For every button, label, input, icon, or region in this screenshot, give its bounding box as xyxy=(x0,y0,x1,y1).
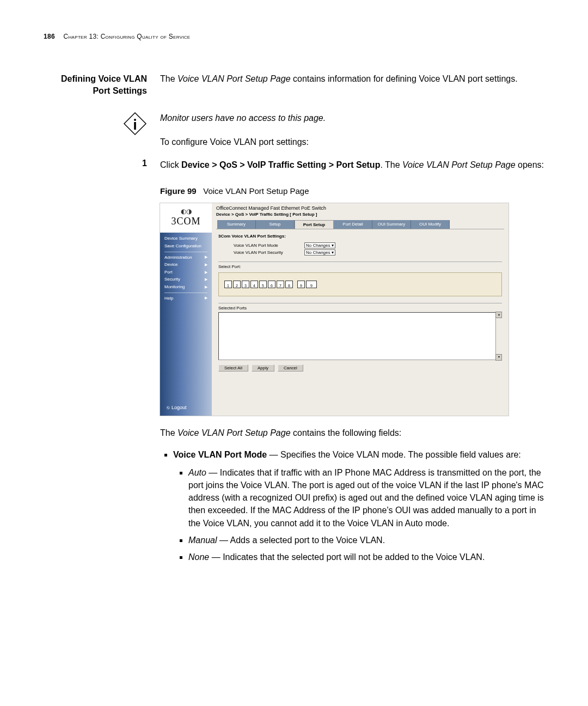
port-button[interactable]: 5 xyxy=(259,281,267,288)
sidebar-item-save-config[interactable]: Save Configuration xyxy=(164,242,207,250)
field-label-port-security: Voice VLAN Port Security xyxy=(234,250,304,255)
main-panel: OfficeConnect Managed Fast Ethernet PoE … xyxy=(212,203,509,416)
screenshot: ◐◑ 3COM Device Summary Save Configuratio… xyxy=(160,203,509,416)
note-italic-text: Monitor users have no access to this pag… xyxy=(160,112,544,125)
tab-oui-modify[interactable]: OUI Modify xyxy=(411,220,450,229)
select-port-label: Select Port: xyxy=(218,264,502,269)
step-number: 1 xyxy=(44,159,160,168)
port-button[interactable]: 9 xyxy=(297,281,305,288)
selected-ports-list[interactable] xyxy=(218,312,496,360)
port-button[interactable]: 7 xyxy=(277,281,284,288)
breadcrumb: Device > QoS > VoIP Traffic Setting [ Po… xyxy=(212,212,509,220)
sidebar: ◐◑ 3COM Device Summary Save Configuratio… xyxy=(160,203,212,416)
tab-port-detail[interactable]: Port Detail xyxy=(334,220,372,229)
apply-button[interactable]: Apply xyxy=(252,364,274,372)
logout-icon: ⎋ xyxy=(167,405,169,410)
chevron-right-icon: ▶ xyxy=(205,269,207,276)
divider xyxy=(218,261,502,262)
scroll-down-icon[interactable]: ▾ xyxy=(495,354,502,361)
port-button[interactable]: 1 xyxy=(224,281,232,288)
chevron-right-icon: ▶ xyxy=(205,276,207,283)
section-title-line2: Port Settings xyxy=(93,86,147,95)
list-item: Voice VLAN Port Mode — Specifies the Voi… xyxy=(173,448,544,564)
note-following: To configure Voice VLAN port settings: xyxy=(160,136,544,149)
sidebar-item-monitoring[interactable]: Monitoring▶ xyxy=(164,283,207,291)
chevron-down-icon: ▾ xyxy=(332,250,334,255)
figure-title: Voice VLAN Port Setup Page xyxy=(203,186,309,196)
list-item: None — Indicates that the selected port … xyxy=(188,551,544,563)
sidebar-item-security[interactable]: Security▶ xyxy=(164,276,207,283)
divider xyxy=(218,303,502,303)
scroll-up-icon[interactable]: ▴ xyxy=(495,312,502,318)
select-port-security[interactable]: No Changes ▾ xyxy=(304,249,335,255)
sidebar-divider xyxy=(164,293,207,293)
logout-link[interactable]: ⎋ Logout xyxy=(160,405,212,410)
sidebar-divider xyxy=(164,252,207,252)
figure-caption: Figure 99 Voice VLAN Port Setup Page xyxy=(160,186,309,196)
tab-summary[interactable]: Summary xyxy=(217,220,256,229)
sidebar-item-administration[interactable]: Administration▶ xyxy=(164,254,207,261)
brand-name: 3COM xyxy=(171,216,200,227)
chevron-right-icon: ▶ xyxy=(205,261,207,268)
port-button[interactable]: 2 xyxy=(233,281,241,288)
port-button[interactable]: 4 xyxy=(250,281,258,288)
chevron-right-icon: ▶ xyxy=(205,284,207,290)
info-icon xyxy=(44,112,160,138)
port-button[interactable]: 3 xyxy=(242,281,249,288)
chapter-label: Chapter 13: Configuring Quality of Servi… xyxy=(64,33,191,40)
brand-logo: ◐◑ 3COM xyxy=(160,203,212,233)
chevron-down-icon: ▾ xyxy=(332,243,334,248)
section-intro: The Voice VLAN Port Setup Page contains … xyxy=(160,73,544,85)
select-port-mode[interactable]: No Changes ▾ xyxy=(304,242,335,248)
port-grid: 1 2 3 4 5 6 7 8 9 9 xyxy=(218,272,502,296)
sidebar-item-help[interactable]: Help▶ xyxy=(164,295,207,302)
section-title: Defining Voice VLAN Port Settings xyxy=(44,73,160,96)
chevron-right-icon: ▶ xyxy=(205,295,207,301)
port-button[interactable]: 8 xyxy=(285,281,293,288)
figure-label: Figure 99 xyxy=(160,186,197,196)
sidebar-item-device-summary[interactable]: Device Summary xyxy=(164,235,207,242)
logo-glyph-icon: ◐◑ xyxy=(181,208,192,216)
panel-title: 3Com Voice VLAN Port Settings: xyxy=(218,234,502,239)
svg-rect-2 xyxy=(134,122,136,130)
cancel-button[interactable]: Cancel xyxy=(278,364,303,372)
page-header: 186 Chapter 13: Configuring Quality of S… xyxy=(44,33,544,40)
selected-ports-label: Selected Ports xyxy=(218,306,502,311)
step-body: Click Device > QoS > VoIP Traffic Settin… xyxy=(160,159,544,171)
tab-bar: Summary Setup Port Setup Port Detail OUI… xyxy=(212,220,509,229)
port-button[interactable]: 9 xyxy=(306,281,317,288)
list-item: Manual — Adds a selected port to the Voi… xyxy=(188,534,544,546)
product-title: OfficeConnect Managed Fast Ethernet PoE … xyxy=(212,203,509,212)
sidebar-item-port[interactable]: Port▶ xyxy=(164,269,207,276)
select-all-button[interactable]: Select All xyxy=(218,364,248,372)
svg-point-1 xyxy=(134,119,136,121)
tab-oui-summary[interactable]: OUI Summary xyxy=(372,220,411,229)
tab-port-setup[interactable]: Port Setup xyxy=(295,220,334,229)
field-label-port-mode: Voice VLAN Port Mode xyxy=(234,243,304,248)
body-text: The Voice VLAN Port Setup Page contains … xyxy=(160,427,544,563)
sidebar-item-device[interactable]: Device▶ xyxy=(164,261,207,269)
chevron-right-icon: ▶ xyxy=(205,254,207,260)
section-title-line1: Defining Voice VLAN xyxy=(61,74,147,83)
tab-setup[interactable]: Setup xyxy=(256,220,295,229)
page-number: 186 xyxy=(44,33,55,40)
note-body: Monitor users have no access to this pag… xyxy=(160,112,544,149)
port-button[interactable]: 6 xyxy=(268,281,275,288)
list-item: Auto — Indicates that if traffic with an… xyxy=(188,466,544,530)
